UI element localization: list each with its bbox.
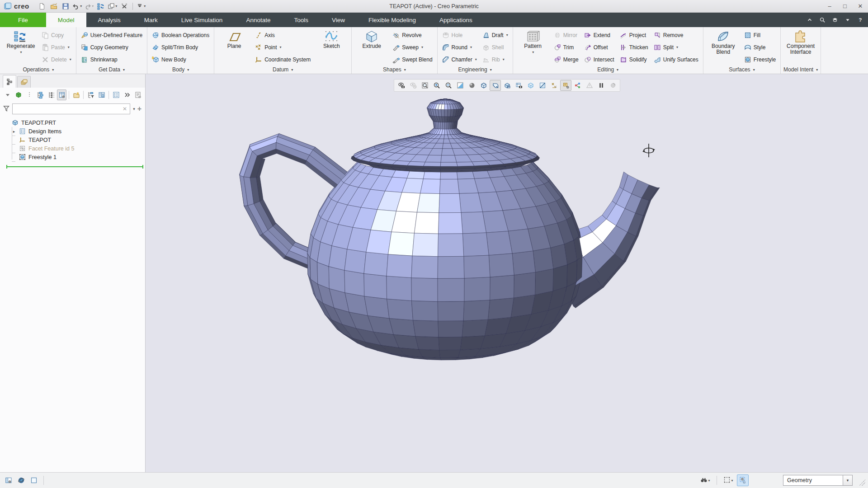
offset-button[interactable]: Offset	[582, 41, 616, 53]
tab-mark[interactable]: Mark	[132, 13, 170, 27]
ribbon-group-label[interactable]: Surfaces▾	[703, 66, 780, 74]
clear-filter-icon[interactable]: ✕	[122, 106, 128, 112]
help-button[interactable]: ?	[857, 17, 863, 23]
fill-button[interactable]: Fill	[742, 29, 778, 41]
expand-branches-button[interactable]	[35, 89, 45, 100]
tree-item-design-items[interactable]: ▸Design Items	[5, 127, 145, 136]
redo-button[interactable]: ▾	[84, 1, 94, 11]
trim-button[interactable]: Trim	[552, 41, 580, 53]
close-window-button[interactable]	[119, 1, 130, 11]
paste-button[interactable]: Paste▾	[40, 41, 73, 53]
unify-surfaces-button[interactable]: Unify Surfaces	[652, 53, 700, 66]
tree-item-teapot[interactable]: TEAPOT	[5, 136, 145, 144]
settings-document-button[interactable]	[133, 89, 142, 100]
boundary-blend-button[interactable]: Boundary Blend	[706, 29, 741, 56]
axis-button[interactable]: Axis	[253, 29, 312, 41]
blank-window-button[interactable]	[28, 474, 40, 486]
search-button[interactable]	[819, 17, 826, 23]
regenerate-button[interactable]: Regenerate▾	[4, 29, 38, 55]
tree-options-arrow-button[interactable]	[3, 89, 12, 100]
section-view-button[interactable]	[537, 80, 548, 91]
geometry-checks-button[interactable]	[584, 80, 595, 91]
feature-folder-button[interactable]	[71, 89, 81, 100]
annotation-display-button[interactable]	[560, 80, 571, 91]
refit-button[interactable]	[419, 80, 430, 91]
zoom-in-button[interactable]	[431, 80, 442, 91]
shading-style-button[interactable]	[466, 80, 477, 91]
perspective-view-button[interactable]	[501, 80, 513, 91]
ribbon-group-label[interactable]: Datum▾	[214, 66, 351, 74]
new-file-button[interactable]	[37, 1, 47, 11]
pattern-button[interactable]: Pattern▾	[516, 29, 550, 55]
repaint-button[interactable]	[454, 80, 466, 91]
delete-button[interactable]: Delete▾	[40, 53, 73, 66]
selection-filter-dropdown[interactable]: ▾	[843, 475, 853, 486]
view-capture-button[interactable]	[513, 80, 524, 91]
tab-analysis[interactable]: Analysis	[86, 13, 132, 27]
tree-item-teapot-prt[interactable]: TEAPOT.PRT	[5, 118, 145, 127]
expand-arrow-icon[interactable]: ▸	[12, 129, 16, 134]
style-button[interactable]: Style	[742, 41, 778, 53]
boolean-operations-button[interactable]: Boolean Operations	[150, 29, 211, 41]
tree-insert-here-line[interactable]	[6, 166, 143, 167]
extend-button[interactable]: Extend	[582, 29, 616, 41]
selection-filter-button[interactable]: ▾	[722, 474, 734, 486]
round-button[interactable]: Round▾	[440, 41, 479, 53]
tab-view[interactable]: View	[320, 13, 357, 27]
user-defined-feature-button[interactable]: User-Defined Feature	[79, 29, 144, 41]
ribbon-group-label[interactable]: Model Intent▾	[781, 66, 821, 74]
filter-dropdown-arrow[interactable]: ▾	[133, 107, 135, 111]
minimize-button[interactable]: –	[822, 1, 837, 12]
split-trim-body-button[interactable]: Split/Trim Body	[150, 41, 211, 53]
pause-button[interactable]	[595, 80, 607, 91]
close-button[interactable]: ✕	[853, 1, 868, 12]
coordinate-system-button[interactable]: Coordinate System	[253, 53, 312, 66]
rib-button[interactable]: Rib▾	[481, 53, 510, 66]
collapse-branches-button[interactable]	[46, 89, 56, 100]
tab-model[interactable]: Model	[46, 13, 86, 27]
ribbon-group-label[interactable]: Body▾	[147, 66, 214, 74]
split-button[interactable]: Split▾	[652, 41, 700, 53]
maximize-button[interactable]: □	[837, 1, 853, 12]
selection-filter-value[interactable]: Geometry	[783, 475, 843, 486]
item-list-button[interactable]	[111, 89, 121, 100]
show-cube-button[interactable]	[14, 89, 23, 100]
3d-viewport-canvas[interactable]	[146, 74, 868, 472]
mirror-button[interactable]: Mirror	[552, 29, 580, 41]
learning-connector-button[interactable]	[832, 17, 838, 23]
component-interface-button[interactable]: Component Interface	[783, 29, 818, 56]
open-button[interactable]	[48, 1, 59, 11]
tab-flexible-modeling[interactable]: Flexible Modeling	[357, 13, 428, 27]
tab-tools[interactable]: Tools	[282, 13, 320, 27]
project-button[interactable]: Project	[618, 29, 650, 41]
shell-button[interactable]: Shell	[481, 41, 510, 53]
web-browser-button[interactable]	[15, 474, 27, 486]
display-style-button[interactable]	[478, 80, 489, 91]
merge-button[interactable]: Merge	[552, 53, 580, 66]
swept-blend-button[interactable]: Swept Blend	[391, 53, 434, 66]
ribbon-group-label[interactable]: Engineering▾	[438, 66, 513, 74]
hole-button[interactable]: Hole	[440, 29, 479, 41]
collapse-ribbon-button[interactable]	[807, 17, 813, 23]
ribbon-group-label[interactable]: Shapes▾	[352, 66, 437, 74]
more-chevrons-button[interactable]	[122, 89, 132, 100]
point-button[interactable]: Point▾	[253, 41, 312, 53]
undo-button[interactable]: ▾	[72, 1, 83, 11]
revolve-button[interactable]: Revolve	[391, 29, 434, 41]
solidify-button[interactable]: Solidify	[618, 53, 650, 66]
windows-button[interactable]: ▾	[107, 1, 118, 11]
extrude-button[interactable]: Extrude	[354, 29, 389, 50]
tab-file[interactable]: File	[0, 13, 46, 27]
plane-button[interactable]: Plane	[217, 29, 251, 50]
toggle-panel-button[interactable]	[3, 474, 14, 486]
find-button[interactable]: ▾	[699, 474, 711, 486]
chamfer-button[interactable]: Chamfer▾	[440, 53, 479, 66]
datum-display-button[interactable]	[525, 80, 536, 91]
dropdown-arrow-button[interactable]	[844, 17, 851, 23]
model-tree-tab[interactable]	[3, 75, 16, 88]
tree-columns-toggle-button[interactable]	[57, 89, 66, 100]
shrinkwrap-button[interactable]: Shrinkwrap	[79, 53, 144, 66]
datum-tag-display-button[interactable]	[548, 80, 560, 91]
ribbon-group-label[interactable]: Get Data▾	[76, 66, 147, 74]
tab-applications[interactable]: Applications	[428, 13, 484, 27]
